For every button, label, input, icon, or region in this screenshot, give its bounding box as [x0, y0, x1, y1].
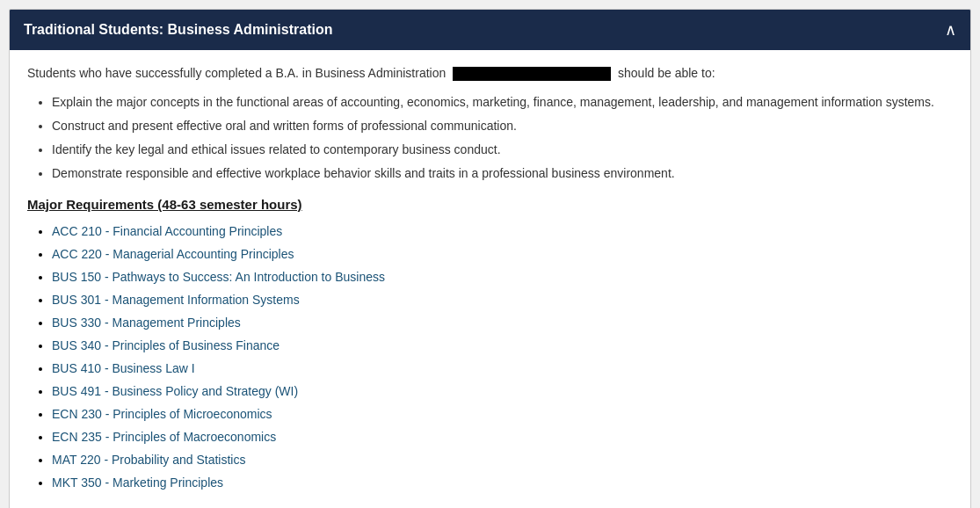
intro-text-after: should be able to:: [618, 66, 715, 80]
course-link[interactable]: ACC 220 - Managerial Accounting Principl…: [52, 247, 294, 261]
course-item: MKT 350 - Marketing Principles: [52, 474, 953, 492]
course-item: ACC 210 - Financial Accounting Principle…: [52, 222, 953, 241]
course-link[interactable]: ECN 235 - Principles of Macroeconomics: [52, 430, 276, 444]
collapse-icon[interactable]: ∧: [945, 20, 956, 40]
intro-paragraph: Students who have successfully completed…: [27, 64, 953, 83]
course-link[interactable]: BUS 340 - Principles of Business Finance: [52, 338, 279, 352]
course-item: ECN 230 - Principles of Microeconomics: [52, 405, 953, 424]
requirements-heading: Major Requirements (48-63 semester hours…: [27, 197, 953, 212]
course-item: BUS 340 - Principles of Business Finance: [52, 337, 953, 355]
course-link[interactable]: BUS 491 - Business Policy and Strategy (…: [52, 384, 298, 398]
course-item: BUS 150 - Pathways to Success: An Introd…: [52, 268, 953, 287]
main-panel: Traditional Students: Business Administr…: [9, 9, 971, 508]
course-link[interactable]: ECN 230 - Principles of Microeconomics: [52, 407, 272, 421]
panel-header: Traditional Students: Business Administr…: [10, 10, 970, 50]
course-item: MAT 220 - Probability and Statistics: [52, 451, 953, 469]
course-item: ECN 235 - Principles of Macroeconomics: [52, 428, 953, 446]
course-list: ACC 210 - Financial Accounting Principle…: [52, 222, 953, 492]
course-link[interactable]: BUS 301 - Management Information Systems: [52, 293, 300, 307]
course-item: BUS 410 - Business Law I: [52, 359, 953, 378]
course-item: BUS 330 - Management Principles: [52, 314, 953, 332]
course-link[interactable]: ACC 210 - Financial Accounting Principle…: [52, 224, 282, 238]
course-link[interactable]: MKT 350 - Marketing Principles: [52, 475, 223, 490]
course-link[interactable]: MAT 220 - Probability and Statistics: [52, 453, 245, 467]
outcome-item: Explain the major concepts in the functi…: [52, 93, 953, 112]
outcome-item: Construct and present effective oral and…: [52, 117, 953, 135]
course-item: ACC 220 - Managerial Accounting Principl…: [52, 245, 953, 264]
outcome-item: Demonstrate responsible and effective wo…: [52, 164, 953, 183]
redacted-block: [453, 67, 611, 81]
course-link[interactable]: BUS 150 - Pathways to Success: An Introd…: [52, 270, 385, 284]
course-link[interactable]: BUS 330 - Management Principles: [52, 316, 241, 330]
outcome-item: Identify the key legal and ethical issue…: [52, 141, 953, 159]
course-item: BUS 301 - Management Information Systems: [52, 291, 953, 309]
panel-title: Traditional Students: Business Administr…: [24, 22, 332, 38]
panel-body: Students who have successfully completed…: [10, 50, 970, 508]
course-link[interactable]: BUS 410 - Business Law I: [52, 361, 195, 375]
outcomes-list: Explain the major concepts in the functi…: [52, 93, 953, 183]
intro-text-before: Students who have successfully completed…: [27, 66, 446, 80]
course-item: BUS 491 - Business Policy and Strategy (…: [52, 382, 953, 401]
